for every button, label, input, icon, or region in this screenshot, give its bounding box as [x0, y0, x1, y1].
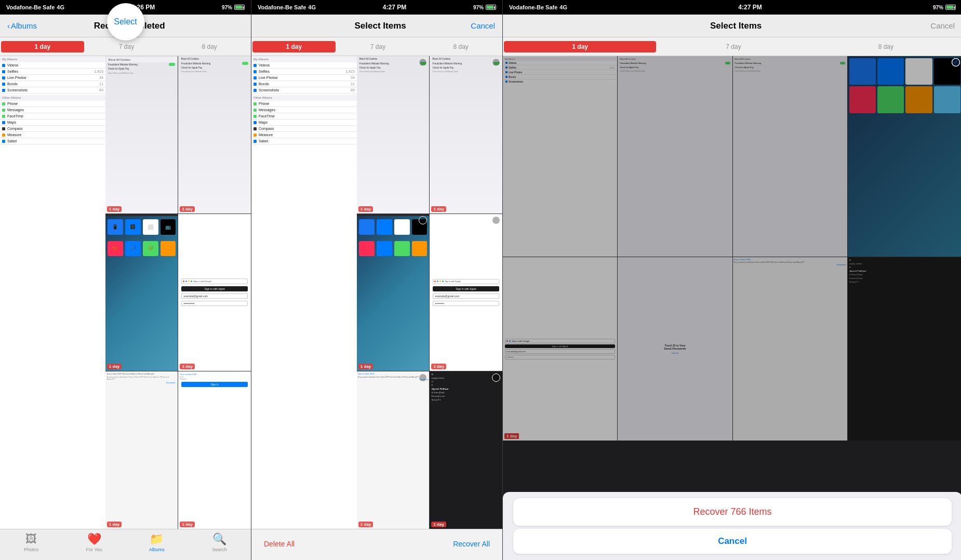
tab-photos-label[interactable]: Photos	[24, 547, 38, 552]
name2-videos: Videos	[259, 63, 270, 67]
thumb-3-login[interactable]: Sign in with Google Sign in with Apple e…	[503, 257, 617, 441]
cancel-button-2[interactable]: Cancel	[471, 21, 495, 30]
thumb-3-sidebar[interactable]: My Albums Videos Selfies1,815 Live Photo…	[503, 56, 617, 257]
network-2: 4G	[308, 4, 316, 10]
filter-tab-8day-2[interactable]: 8 day	[419, 41, 502, 52]
recover-items-button[interactable]: Recover 766 Items	[513, 498, 952, 526]
status-bar-right-3: 97%	[933, 5, 956, 10]
album-screenshots[interactable]: Screenshots 89	[0, 87, 105, 94]
filter-tab-7day-1[interactable]: 7 day	[85, 41, 168, 52]
for-you-icon: ❤️	[87, 532, 101, 546]
filter-tab-1day-1[interactable]: 1 day	[1, 41, 84, 52]
thumb-2-pdf[interactable]: How to Save PDF... Do you want to downlo…	[357, 371, 430, 529]
album2-safari[interactable]: Safari	[251, 138, 357, 144]
nav-bar-2: Select Items Cancel	[251, 15, 502, 37]
content-area-3: My Albums Videos Selfies1,815 Live Photo…	[503, 56, 961, 441]
album-name-videos: Videos	[7, 63, 18, 67]
dot2-safari	[253, 140, 257, 143]
nav-bar-3: Select Items Cancel	[503, 15, 961, 37]
tab-albums[interactable]: 📁 Albums	[126, 532, 189, 552]
delete-all-button[interactable]: Delete All	[264, 540, 295, 548]
tab-for-you-label[interactable]: For You	[86, 547, 102, 552]
thumb-3-passwords[interactable]: Touch ID to ViewSaved Passwords Cancel 1…	[618, 257, 732, 441]
battery-fill-1	[235, 6, 242, 9]
recover-all-button[interactable]: Recover All	[453, 540, 490, 548]
tab-for-you[interactable]: ❤️ For You	[63, 532, 126, 552]
album2-measure[interactable]: Measure	[251, 132, 357, 138]
filter-tab-7day-2[interactable]: 7 day	[337, 41, 420, 52]
album-bursts[interactable]: Bursts 11	[0, 81, 105, 87]
thumb-1-homescreen[interactable]: 📱 🅰 ⬜ 📺 ❤️ 💙 💚 🟠 1 day	[105, 214, 178, 371]
album-selfies[interactable]: Selfies 1,815	[0, 69, 105, 75]
album-facetime[interactable]: FaceTime	[0, 113, 105, 119]
dot2-screenshots	[253, 89, 257, 92]
album2-screenshots[interactable]: Screenshots 89	[251, 87, 357, 94]
album-count-selfies: 1,815	[94, 70, 103, 73]
selection-circle-3[interactable]	[419, 216, 427, 224]
album-measure[interactable]: Measure	[0, 132, 105, 138]
thumb-3-pdf[interactable]: How to Save PDF... Do you want to downlo…	[733, 257, 847, 441]
thumb-1-dropbox[interactable]: How to Save PDF... Email Password Sign I…	[178, 371, 251, 529]
album-maps[interactable]: Maps	[0, 119, 105, 126]
thumb-1-settings[interactable]: Block All Cookies Fraudulent Website War…	[105, 56, 178, 214]
tab-photos[interactable]: 🖼 Photos	[0, 532, 63, 552]
back-label-1[interactable]: Albums	[11, 21, 37, 30]
name2-live: Live Photos	[259, 76, 278, 79]
thumb-2-settings1[interactable]: Block All Cookies Fraudulent Website War…	[357, 56, 430, 214]
cancel-sheet-button[interactable]: Cancel	[513, 529, 952, 554]
dot2-facetime	[253, 115, 257, 118]
album2-messages[interactable]: Messages	[251, 107, 357, 113]
select-circle-button[interactable]: Select	[107, 3, 144, 41]
battery-tip-1	[243, 6, 244, 9]
selection-circle-2[interactable]	[492, 58, 500, 66]
album-name-safari: Safari	[7, 139, 17, 143]
tab-search-label[interactable]: Search	[212, 547, 227, 552]
thumb-1-signin[interactable]: Sign in with Google Sign in with Apple e…	[178, 214, 251, 371]
thumb-3-home[interactable]: 1 day	[848, 56, 961, 257]
album2-bursts[interactable]: Bursts 11	[251, 81, 357, 87]
battery-tip-2	[494, 6, 495, 9]
battery-pct-1: 97%	[222, 5, 232, 10]
album-messages[interactable]: Messages	[0, 107, 105, 113]
album-count-livephotos: 34	[99, 76, 103, 79]
thumb-2-contacts[interactable]: N. sanjay mishra O. P. Jignesh Padhiyar …	[430, 371, 502, 529]
album2-livephotos[interactable]: Live Photos 34	[251, 75, 357, 81]
album-compass[interactable]: Compass	[0, 126, 105, 132]
pass-2: ••••••••••	[433, 301, 499, 306]
thumb-3-settings2[interactable]: Block All Cookies Fraudulent Website War…	[733, 56, 847, 257]
thumb-2-home[interactable]: 1 day	[357, 214, 430, 371]
album-livephotos[interactable]: Live Photos 34	[0, 75, 105, 81]
filter-tab-8day-1[interactable]: 8 day	[168, 41, 251, 52]
album-name-messages: Messages	[7, 108, 24, 112]
thumb-1-settings2[interactable]: Block All Cookies Fraudulent Website War…	[178, 56, 251, 214]
album-safari[interactable]: Safari	[0, 138, 105, 144]
thumb-2-signin[interactable]: Sign in with Google Sign in with Apple e…	[430, 214, 502, 371]
album2-videos[interactable]: Videos	[251, 62, 357, 69]
back-button-1[interactable]: ‹ Albums	[7, 21, 37, 30]
album2-compass[interactable]: Compass	[251, 126, 357, 132]
cancel-button-3[interactable]: Cancel	[930, 21, 955, 30]
album2-phone[interactable]: Phone	[251, 101, 357, 107]
filter-tab-1day-3[interactable]: 1 day	[504, 41, 656, 52]
filter-tab-8day-3[interactable]: 8 day	[810, 41, 961, 52]
dot2-videos	[253, 64, 257, 67]
album-dot-messages	[2, 109, 5, 112]
album2-maps[interactable]: Maps	[251, 119, 357, 126]
thumb-3-contacts[interactable]: N. sanjay mishra O. Jignesh Padhiyar Dr …	[848, 257, 961, 441]
thumb-3-settings[interactable]: Block All Cookies Fraudulent Website War…	[618, 56, 732, 257]
day-label-3: 1 day	[107, 364, 122, 369]
thumb-1-pdf[interactable]: How to Save PDF Files from Safari to iPh…	[105, 371, 178, 529]
tab-search[interactable]: 🔍 Search	[188, 532, 251, 552]
filter-tab-7day-3[interactable]: 7 day	[657, 41, 809, 52]
thumb-2-settings2[interactable]: Block All Cookies Fraudulent Website War…	[430, 56, 502, 214]
tab-albums-label[interactable]: Albums	[149, 547, 165, 552]
album-dot-facetime	[2, 115, 5, 118]
filter-tab-1day-2[interactable]: 1 day	[252, 41, 336, 52]
album2-facetime[interactable]: FaceTime	[251, 113, 357, 119]
name2-maps: Maps	[259, 121, 268, 124]
selection-circle-4[interactable]	[492, 216, 500, 224]
select-circle-label[interactable]: Select	[114, 17, 137, 26]
album-phone[interactable]: Phone	[0, 101, 105, 107]
album2-selfies[interactable]: Selfies 1,815	[251, 69, 357, 75]
album-videos[interactable]: Videos	[0, 62, 105, 69]
